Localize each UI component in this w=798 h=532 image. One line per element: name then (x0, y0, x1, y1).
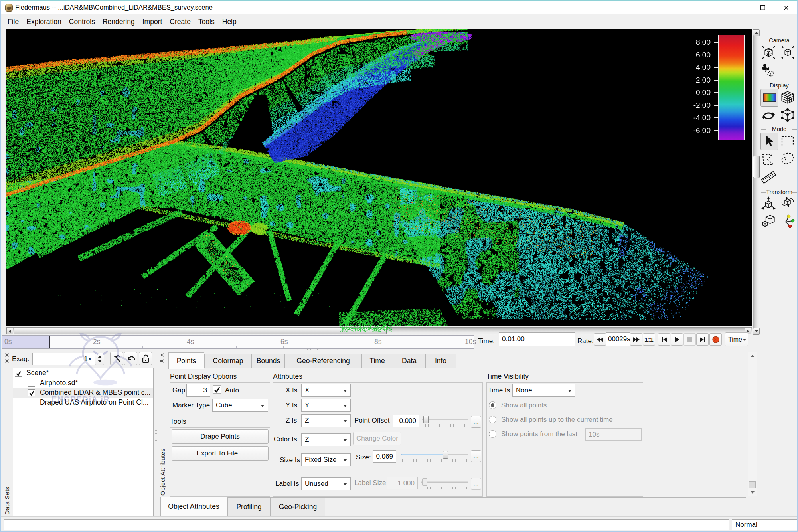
dock-scrollbar[interactable] (748, 352, 757, 496)
transform-axes-button[interactable] (780, 213, 796, 229)
tab-bounds[interactable]: Bounds (252, 354, 285, 368)
rate-ratio-button[interactable]: 1:1 (643, 333, 655, 346)
size-is-dropdown[interactable]: Fixed Size (301, 453, 351, 466)
scene-viewport[interactable]: 8.00 6.00 4.00 2.00 0.00 -2.00 -4.00 -6.… (6, 29, 752, 326)
skip-to-end-button[interactable] (696, 333, 709, 346)
menu-rendering[interactable]: Rendering (103, 18, 135, 26)
dock-close-button[interactable] (5, 353, 9, 357)
dock-scrollbar-thumb[interactable] (749, 481, 756, 488)
display-bounding-button[interactable] (780, 107, 796, 123)
show-all-points-radio[interactable] (489, 401, 496, 409)
bottom-tab-object-attributes[interactable]: Object Attributes (160, 497, 227, 516)
maximize-button[interactable] (754, 1, 772, 14)
combined-checkbox[interactable] (28, 389, 35, 396)
camera-view-all-button[interactable] (760, 44, 776, 60)
size-input[interactable]: 0.069 (373, 450, 396, 463)
close-button[interactable] (777, 1, 795, 14)
menu-tools[interactable]: Tools (198, 18, 215, 26)
draped-checkbox[interactable] (28, 399, 35, 406)
play-button[interactable] (671, 333, 683, 346)
drape-points-button[interactable]: Drape Points (172, 429, 269, 444)
menu-file[interactable]: File (8, 18, 19, 26)
dock-float-button[interactable] (160, 359, 164, 363)
size-slider[interactable] (401, 451, 468, 462)
skip-to-start-button[interactable] (658, 333, 670, 346)
camera-fit-button[interactable] (780, 44, 796, 60)
pick-tool-button[interactable] (110, 352, 123, 365)
show-up-to-current-radio[interactable] (489, 416, 496, 423)
status-input[interactable] (4, 519, 729, 530)
gap-input[interactable]: 3 (186, 384, 210, 397)
menu-import[interactable]: Import (142, 18, 162, 26)
tab-data[interactable]: Data (393, 354, 425, 368)
slider-handle[interactable] (422, 478, 427, 486)
tab-geo-referencing[interactable]: Geo-Referencing (285, 354, 361, 368)
fast-forward-button[interactable] (630, 333, 642, 346)
stop-button[interactable] (683, 333, 696, 346)
mode-polygon-select-button[interactable] (760, 152, 776, 168)
mode-measure-button[interactable] (760, 169, 776, 185)
minimize-button[interactable] (726, 1, 744, 14)
auto-checkbox[interactable] (213, 385, 221, 394)
dock-float-button[interactable] (5, 359, 9, 363)
export-to-file-button[interactable]: Export To File... (172, 446, 269, 461)
slider-handle[interactable] (443, 451, 448, 459)
label-size-more-button[interactable]: ... (471, 478, 481, 490)
undo-button[interactable] (124, 352, 137, 365)
label-size-input[interactable]: 1.000 (387, 477, 418, 489)
display-colormap-button[interactable] (760, 89, 778, 107)
dock-splitter[interactable] (155, 430, 157, 442)
point-offset-slider[interactable] (422, 416, 468, 427)
rate-input[interactable]: 00029s (606, 332, 630, 346)
tree-item-combined[interactable]: Combined LiDAR & MBES point c... (13, 388, 153, 398)
last-seconds-input[interactable]: 10s (585, 428, 642, 441)
time-mode-dropdown[interactable]: Time (725, 332, 748, 346)
marker-type-dropdown[interactable]: Cube (212, 399, 268, 412)
label-size-slider[interactable] (421, 478, 468, 489)
bottom-tab-profiling[interactable]: Profiling (227, 498, 271, 516)
airphoto-checkbox[interactable] (28, 380, 35, 387)
dock-close-button[interactable] (160, 353, 164, 357)
scroll-left-button[interactable] (6, 328, 13, 334)
scroll-down-button[interactable] (753, 328, 760, 335)
change-color-button[interactable]: Change Color (353, 432, 401, 445)
y-is-dropdown[interactable]: Y (301, 399, 351, 412)
z-is-dropdown[interactable]: Z (301, 414, 351, 427)
tab-points[interactable]: Points (168, 352, 204, 369)
rewind-button[interactable] (594, 333, 606, 346)
time-input[interactable]: 0:01.00 (499, 332, 575, 346)
viewport-vscrollbar[interactable] (753, 29, 760, 335)
exag-spinner[interactable] (95, 353, 104, 365)
mode-rect-select-button[interactable] (780, 133, 796, 149)
bottom-tab-geo-picking[interactable]: Geo-Picking (271, 498, 325, 516)
camera-to-object-button[interactable] (760, 62, 776, 78)
label-is-dropdown[interactable]: Unused (301, 477, 351, 490)
menu-exploration[interactable]: Exploration (26, 18, 61, 26)
menu-controls[interactable]: Controls (69, 18, 95, 26)
hscrollbar-thumb[interactable] (14, 328, 387, 334)
title-bar[interactable]: Fledermaus -- ...iDAR&MB\Combined_LiDAR&… (1, 1, 797, 14)
menu-create[interactable]: Create (170, 18, 191, 26)
display-spin-button[interactable] (760, 108, 776, 124)
mode-select-button[interactable] (760, 133, 778, 150)
tab-time[interactable]: Time (361, 354, 393, 368)
scroll-up-button[interactable] (753, 29, 760, 36)
menu-help[interactable]: Help (222, 18, 237, 26)
color-is-dropdown[interactable]: Z (301, 433, 351, 446)
mode-lasso-select-button[interactable] (780, 151, 796, 167)
record-button[interactable] (709, 333, 722, 346)
transform-scale-button[interactable] (760, 213, 776, 229)
scene-checkbox[interactable] (15, 370, 22, 377)
transform-rotate-button[interactable] (780, 195, 796, 211)
lock-button[interactable] (139, 352, 152, 365)
tree-item-scene[interactable]: Scene* (13, 368, 153, 378)
display-grid-button[interactable] (780, 89, 796, 105)
slider-handle[interactable] (423, 416, 429, 423)
vscrollbar-thumb[interactable] (753, 156, 760, 178)
panel-drag-handle[interactable] (776, 31, 784, 34)
size-more-button[interactable]: ... (471, 450, 481, 462)
show-from-last-radio[interactable] (489, 430, 496, 438)
x-is-dropdown[interactable]: X (301, 384, 351, 397)
tab-colormap[interactable]: Colormap (204, 354, 252, 368)
time-is-dropdown[interactable]: None (512, 384, 575, 397)
